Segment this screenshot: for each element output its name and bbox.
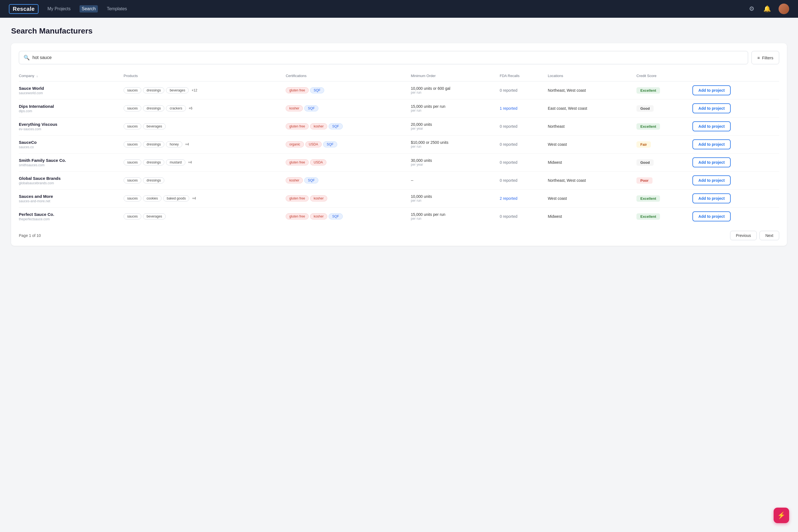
min-order-main: -- (411, 178, 496, 183)
filters-button[interactable]: ≡ Filters (752, 51, 779, 64)
cell-action: Add to project (692, 153, 779, 172)
credit-badge: Good (636, 105, 654, 112)
cell-credit-score: Excellent (636, 117, 692, 135)
bell-icon[interactable]: 🔔 (762, 4, 772, 14)
avatar[interactable] (779, 4, 789, 14)
credit-badge: Excellent (636, 123, 660, 130)
add-to-project-button[interactable]: Add to project (692, 86, 731, 95)
add-to-project-button[interactable]: Add to project (692, 121, 731, 131)
add-to-project-button[interactable]: Add to project (692, 211, 731, 222)
cell-fda-recalls: 0 reported (499, 208, 548, 226)
search-card: 🔍 ≡ Filters Company ↓ Products Certifica… (11, 43, 787, 246)
cell-fda-recalls[interactable]: 1 reported (499, 99, 548, 117)
min-order-sub: per run (411, 145, 496, 149)
pagination-row: Page 1 of 10 Previous Next (19, 225, 779, 246)
page-title: Search Manufacturers (11, 26, 787, 36)
cell-certifications: gluten freeSQF (286, 81, 411, 99)
company-name: Everything Viscous (19, 122, 120, 127)
cell-certifications: gluten freekosher (286, 190, 411, 208)
fda-value: 0 reported (499, 88, 517, 93)
previous-button[interactable]: Previous (730, 231, 757, 240)
sort-icon: ↓ (36, 74, 38, 78)
min-order-sub: per run (411, 217, 496, 221)
min-order-sub: per year (411, 127, 496, 131)
company-name: Dips International (19, 104, 120, 109)
credit-badge: Good (636, 159, 654, 166)
fda-value: 0 reported (499, 160, 517, 165)
page-info: Page 1 of 10 (19, 233, 41, 238)
product-tag: sauces (124, 105, 141, 111)
cell-action: Add to project (692, 117, 779, 135)
cell-action: Add to project (692, 190, 779, 208)
cert-tag: gluten free (286, 87, 309, 93)
cell-locations: Northeast (548, 117, 636, 135)
cell-company: Everything Viscousev-sauces.com (19, 117, 124, 135)
logo[interactable]: Rescale (9, 4, 39, 14)
company-url: smithsauces.com (19, 163, 120, 167)
cell-action: Add to project (692, 135, 779, 153)
product-tag: sauces (124, 123, 141, 129)
cell-products: saucesbeverages (124, 117, 286, 135)
product-more: +4 (191, 196, 197, 201)
cert-tag: organic (286, 141, 304, 147)
fda-value: 0 reported (499, 124, 517, 129)
product-tag: mustard (166, 159, 185, 166)
nav-search[interactable]: Search (79, 5, 98, 13)
pagination-buttons: Previous Next (730, 231, 779, 240)
table-body: Sauce Worldsauceworld.comsaucesdressings… (19, 81, 779, 226)
cell-min-order: -- (411, 172, 500, 190)
add-to-project-button[interactable]: Add to project (692, 103, 731, 113)
cell-company: Sauces and Moresauces-and-more.net (19, 190, 124, 208)
fda-value[interactable]: 1 reported (499, 106, 517, 111)
min-order-main: 30,000 units (411, 158, 496, 163)
company-url: sauces-and-more.net (19, 199, 120, 203)
cell-fda-recalls[interactable]: 2 reported (499, 190, 548, 208)
credit-badge: Poor (636, 177, 652, 184)
nav-my-projects[interactable]: My Projects (45, 5, 73, 13)
cell-products: saucesdressings (124, 172, 286, 190)
company-name: Perfect Sauce Co. (19, 212, 120, 217)
fda-value: 0 reported (499, 214, 517, 218)
settings-icon[interactable]: ⚙ (748, 4, 756, 14)
search-bar-row: 🔍 ≡ Filters (19, 51, 779, 64)
add-to-project-button[interactable]: Add to project (692, 193, 731, 203)
add-to-project-button[interactable]: Add to project (692, 157, 731, 167)
cert-tag: SQF (329, 123, 343, 129)
min-order-sub: per run (411, 91, 496, 94)
cell-products: saucescookiesbaked goods+4 (124, 190, 286, 208)
cell-fda-recalls: 0 reported (499, 153, 548, 172)
table-row: SauceCosauces.cosaucesdressingshoney+4or… (19, 135, 779, 153)
table-row: Sauce Worldsauceworld.comsaucesdressings… (19, 81, 779, 99)
cell-locations: West coast (548, 135, 636, 153)
company-name: SauceCo (19, 140, 120, 145)
cell-certifications: gluten freeUSDA (286, 153, 411, 172)
main-content: Search Manufacturers 🔍 ≡ Filters Company… (0, 18, 798, 255)
cert-tag: gluten free (286, 195, 309, 202)
col-products: Products (124, 71, 286, 81)
product-tag: honey (166, 141, 182, 147)
cell-credit-score: Good (636, 99, 692, 117)
cell-fda-recalls: 0 reported (499, 172, 548, 190)
product-more: +4 (184, 141, 190, 147)
cell-certifications: kosherSQF (286, 172, 411, 190)
navbar: Rescale My Projects Search Templates ⚙ 🔔 (0, 0, 798, 18)
fab-button[interactable]: ⚡ (774, 508, 789, 523)
cell-action: Add to project (692, 99, 779, 117)
add-to-project-button[interactable]: Add to project (692, 139, 731, 149)
next-button[interactable]: Next (759, 231, 779, 240)
results-table: Company ↓ Products Certifications Minimu… (19, 71, 779, 225)
cert-tag: SQF (329, 213, 343, 220)
search-input[interactable] (33, 55, 743, 60)
fda-value[interactable]: 2 reported (499, 196, 517, 201)
cell-company: Global Sauce Brandsglobalsaucebrands.com (19, 172, 124, 190)
min-order-main: $10,000 or 2500 units (411, 140, 496, 145)
min-order-main: 20,000 units (411, 122, 496, 127)
add-to-project-button[interactable]: Add to project (692, 175, 731, 185)
avatar-image (779, 4, 789, 14)
nav-templates[interactable]: Templates (104, 5, 129, 13)
cert-tag: SQF (323, 141, 337, 147)
search-input-wrap: 🔍 (19, 51, 748, 64)
cell-min-order: 15,000 units per runper run (411, 208, 500, 226)
min-order-main: 15,000 units per run (411, 212, 496, 217)
product-tag: baked goods (163, 195, 190, 202)
